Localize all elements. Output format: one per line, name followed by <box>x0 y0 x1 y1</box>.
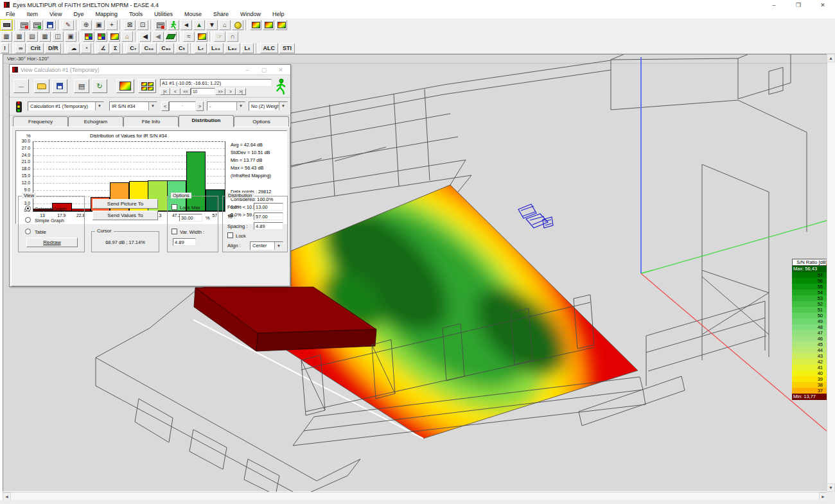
nav-step-field[interactable]: 10 <box>191 88 215 95</box>
speaker-off-icon[interactable]: ◀ <box>152 31 164 42</box>
send-values-button[interactable]: Send Values To <box>92 211 158 220</box>
c50-button[interactable]: C₅₀ <box>141 43 157 53</box>
window-grid-icon[interactable]: ▦ <box>39 31 51 42</box>
picture-icon[interactable] <box>196 31 207 42</box>
arrow-left-icon[interactable]: ◄ <box>180 20 192 30</box>
alc-button[interactable]: ALC <box>260 43 279 53</box>
clock-button[interactable]: ◔ <box>81 43 91 53</box>
l50-button[interactable]: L₅₀ <box>208 43 224 53</box>
tab-distribution[interactable]: Distribution <box>179 115 234 127</box>
walking-man-icon[interactable] <box>168 20 179 30</box>
grab-hand-icon[interactable]: ☞ <box>214 31 225 42</box>
select-frame-icon[interactable]: ▣ <box>93 20 105 30</box>
nav-first-button[interactable]: |< <box>160 88 170 95</box>
view-calculation-dialog[interactable]: View Calculation #1 (Temporary) – ▢ ✕ — … <box>9 64 291 287</box>
scroll-down-icon[interactable]: ▼ <box>827 483 835 492</box>
menu-item-share[interactable]: Share <box>207 11 234 17</box>
window-rows-icon[interactable]: ▤ <box>26 31 38 42</box>
vertical-scrollbar[interactable]: ▲ ▼ <box>827 54 835 492</box>
menu-item-mouse[interactable]: Mouse <box>179 11 207 17</box>
dist-to-field[interactable]: 57.00 <box>254 213 283 220</box>
tab-echogram[interactable]: Echogram <box>68 116 123 127</box>
angle-button[interactable]: ∡ <box>98 43 109 53</box>
close-button[interactable]: ✕ <box>811 0 835 10</box>
scroll-up-icon[interactable]: ▲ <box>827 54 835 62</box>
title-bar[interactable]: Eyes MULTIPUR of FAITH SHELTON MPRM - EA… <box>0 0 835 10</box>
chain-button[interactable]: ∞ <box>15 43 26 53</box>
room-colors-icon[interactable] <box>83 31 94 42</box>
dist-lock-checkbox[interactable] <box>227 232 233 238</box>
listener-position-field[interactable]: A1 #1 (-10.05; -16.61; 1.22) <box>160 79 272 87</box>
dr-button[interactable]: D/R <box>45 43 62 53</box>
dialog-close-button[interactable]: ✕ <box>272 65 289 75</box>
chevron-down-icon[interactable]: ▼ <box>148 102 157 110</box>
menu-item-dye[interactable]: Dye <box>67 11 89 17</box>
tree-up-icon[interactable]: ▲ <box>193 20 205 30</box>
speaker-on-icon[interactable]: ◀ <box>139 31 151 42</box>
mapping-c-icon[interactable] <box>276 20 287 30</box>
walking-man-button[interactable] <box>272 77 290 96</box>
nav-last-button[interactable]: >| <box>236 88 246 95</box>
var-width-field[interactable]: 4.89 <box>173 238 196 246</box>
horizontal-scrollbar[interactable]: ◄ ► <box>3 492 827 500</box>
nav-prev-button[interactable]: < <box>170 88 180 95</box>
nav-fastprev-button[interactable]: << <box>180 88 191 95</box>
tab-options[interactable]: Options <box>234 116 289 127</box>
menu-item-window[interactable]: Window <box>234 11 267 17</box>
window-split-icon[interactable]: ▦ <box>13 31 25 42</box>
chevron-down-icon[interactable]: ▼ <box>274 242 283 250</box>
spin-right-button[interactable]: > <box>196 101 204 111</box>
nav-fastnext-button[interactable]: >> <box>215 88 225 95</box>
arrow-down-icon[interactable]: ▼ <box>206 20 218 30</box>
l7-button[interactable]: L₇ <box>195 43 207 53</box>
align-select[interactable]: Center▼ <box>250 241 283 250</box>
traffic-light-button[interactable] <box>13 100 24 114</box>
open-button[interactable] <box>34 79 49 93</box>
extra-select[interactable]: -▼ <box>207 101 245 111</box>
c80-button[interactable]: C₈₀ <box>158 43 174 53</box>
move-cross-icon[interactable]: + <box>106 20 118 30</box>
lock-max-field[interactable]: 30.00 <box>179 214 202 222</box>
minimize-button[interactable]: – <box>762 0 786 10</box>
c7-button[interactable]: C₇ <box>127 43 139 53</box>
menu-item-tools[interactable]: Tools <box>123 11 148 17</box>
lock-max-checkbox[interactable] <box>171 204 177 210</box>
trace-icon[interactable]: ≈ <box>183 31 195 42</box>
sti-button[interactable]: STI <box>279 43 295 53</box>
l80-button[interactable]: L₈₀ <box>225 43 240 53</box>
spin-left-button[interactable]: < <box>161 101 169 111</box>
recalc-button[interactable]: ↻ <box>92 79 107 93</box>
render-icon[interactable] <box>155 20 166 30</box>
globe-icon[interactable] <box>232 20 243 30</box>
zoom-window-icon[interactable]: ⊠ <box>124 20 136 30</box>
save-as-icon[interactable] <box>44 20 56 30</box>
spin-value-field[interactable]: · <box>169 101 196 111</box>
map-type-select[interactable]: IR S/N #34▼ <box>109 101 157 111</box>
dist-spacing-field[interactable]: 4.89 <box>254 222 283 230</box>
menu-item-mapping[interactable]: Mapping <box>89 11 123 17</box>
home-new-icon[interactable]: ⌂ <box>121 31 133 42</box>
target-icon[interactable]: ⊕ <box>80 20 92 30</box>
multi-map-button[interactable] <box>138 79 156 93</box>
cloud-button[interactable]: ☁ <box>67 43 80 53</box>
room-map-icon[interactable] <box>109 31 120 42</box>
var-width-checkbox[interactable] <box>171 229 177 234</box>
chevron-down-icon[interactable]: ▼ <box>279 102 287 110</box>
room-photo-icon[interactable] <box>96 31 107 42</box>
home-icon[interactable]: ⌂ <box>219 20 231 30</box>
lt-button[interactable]: Lₜ <box>242 43 254 53</box>
menu-item-item[interactable]: Item <box>21 11 44 17</box>
exclaim-button[interactable]: ! <box>1 43 9 53</box>
dialog-maximize-button[interactable]: ▢ <box>256 65 272 75</box>
mapping-b-icon[interactable] <box>263 20 274 30</box>
notes-button[interactable]: ▤ <box>74 79 89 93</box>
nav-next-button[interactable]: > <box>225 88 236 95</box>
save-button[interactable] <box>52 79 67 93</box>
send-picture-button[interactable]: Send Picture To <box>92 199 158 209</box>
area-icon[interactable] <box>165 31 177 42</box>
map-view-button[interactable] <box>116 79 134 93</box>
weighting-select[interactable]: No (Z) Weigh▼ <box>249 101 288 111</box>
ear-icon[interactable]: ∩ <box>227 31 238 42</box>
dialog-minimize-button[interactable]: – <box>239 65 256 75</box>
menu-item-file[interactable]: File <box>0 11 21 17</box>
